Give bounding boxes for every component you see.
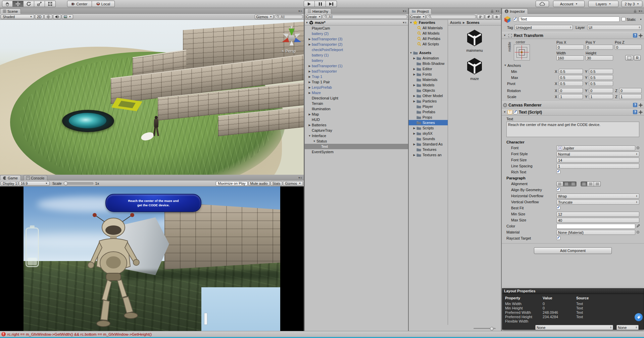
favorite-search-button[interactable] — [493, 14, 500, 19]
favorite-all-materials[interactable]: All Materials — [409, 25, 448, 31]
panel-menu-icon[interactable]: ▾≡ — [496, 9, 500, 13]
anchors-max-y-field[interactable]: 0.5 — [589, 75, 613, 80]
static-checkbox[interactable] — [622, 17, 626, 21]
foldout-arrow-icon[interactable]: ▼ — [409, 21, 413, 24]
gray-cone[interactable] — [282, 32, 288, 37]
scale-slider[interactable] — [64, 182, 93, 184]
text-value-textarea[interactable]: Reach the center of the maze and get the… — [506, 122, 639, 137]
foldout-arrow-icon[interactable]: ▼ — [305, 21, 309, 24]
hierarchy-item-text[interactable]: Text — [305, 144, 408, 149]
favorites-root[interactable]: ▼Favorites — [409, 20, 448, 25]
folder-props[interactable]: Props — [409, 115, 448, 120]
tab-console[interactable]: Console — [23, 175, 47, 180]
foldout-arrow-icon[interactable]: ▶ — [412, 68, 416, 71]
scale-tool-button[interactable] — [34, 1, 45, 7]
eyedropper-icon[interactable] — [637, 224, 640, 228]
x-axis-cone[interactable] — [281, 38, 289, 44]
object-picker-icon[interactable] — [637, 146, 639, 149]
folder-fonts[interactable]: ▶Fonts — [409, 72, 448, 77]
game-viewport[interactable]: Reach the center of the maze and get the… — [0, 186, 304, 331]
asset-bundle-dropdown[interactable]: None⇕ — [535, 325, 613, 330]
hierarchy-item-battery[interactable]: battery — [305, 58, 408, 63]
tab-project[interactable]: Project — [409, 8, 432, 14]
width-field[interactable]: 160 — [556, 55, 584, 60]
property-field[interactable]: 40 — [556, 218, 639, 223]
hierarchy-create-dropdown[interactable]: Create▼ — [305, 14, 321, 19]
hierarchy-item-interface[interactable]: ▼Interface — [305, 133, 408, 138]
breadcrumb-current[interactable]: Scenes — [466, 20, 480, 25]
text-script-header[interactable]: ▼ T ✓ Text (Script) ? — [502, 109, 644, 116]
hierarchy-item-battery-2-[interactable]: battery (2) — [305, 31, 408, 36]
foldout-arrow-icon[interactable]: ▶ — [307, 38, 312, 41]
rotation-y-field[interactable]: 0 — [589, 88, 613, 93]
alignment-button[interactable] — [581, 181, 587, 186]
gear-icon[interactable] — [639, 103, 643, 107]
notification-badge[interactable] — [635, 313, 643, 321]
layout-dropdown[interactable]: 2 by 3▼ — [622, 1, 642, 7]
aspect-ratio-dropdown[interactable]: 16:9▼ — [19, 181, 50, 186]
stats-button[interactable]: Stats — [270, 181, 283, 186]
play-button[interactable] — [304, 1, 315, 7]
rect-tool-button[interactable] — [45, 1, 56, 7]
property-dropdown[interactable]: Truncate⇕ — [556, 200, 639, 205]
pos-z-field[interactable]: 0 — [615, 45, 642, 50]
pivot-x-field[interactable]: 0.5 — [559, 81, 583, 86]
property-checkbox[interactable] — [556, 187, 560, 192]
property-dropdown[interactable]: Wrap⇕ — [556, 194, 639, 199]
tab-inspector[interactable]: i Inspector — [502, 8, 528, 14]
breadcrumb-root[interactable]: Assets — [450, 20, 461, 25]
foldout-arrow-icon[interactable]: ▼ — [312, 140, 316, 143]
blueprint-mode-button[interactable] — [625, 55, 633, 60]
static-dropdown-arrow-icon[interactable]: ▼ — [640, 18, 642, 20]
pivot-y-field[interactable]: 0.5 — [589, 81, 613, 86]
move-tool-button[interactable] — [13, 1, 23, 7]
raw-mode-button[interactable]: R — [634, 55, 641, 60]
foldout-arrow-icon[interactable]: ▼ — [409, 51, 413, 54]
active-checkbox[interactable] — [513, 17, 517, 21]
hierarchy-item-capturetray[interactable]: CaptureTray — [305, 128, 408, 133]
gear-icon[interactable] — [639, 110, 643, 114]
project-create-dropdown[interactable]: Create▼ — [409, 14, 426, 19]
color-swatch[interactable] — [556, 224, 635, 229]
hierarchy-item-battery-1-[interactable]: battery (1) — [305, 52, 408, 58]
scene-viewport[interactable]: y < Persp — [0, 20, 304, 175]
foldout-arrow-icon[interactable]: ▶ — [412, 73, 416, 76]
hierarchy-item-hud[interactable]: HUD — [305, 117, 408, 122]
folder-textures-an[interactable]: ▶Textures an — [409, 152, 448, 158]
help-icon[interactable]: ? — [633, 103, 637, 107]
folder-scenes[interactable]: Scenes — [409, 120, 448, 125]
folder-scripts[interactable]: ▶Scripts — [409, 125, 448, 131]
hierarchy-item-directional-light[interactable]: Directional Light — [305, 95, 408, 101]
icon-size-slider[interactable] — [474, 328, 496, 329]
space-toggle-button[interactable]: Local — [92, 1, 115, 7]
folder-editor[interactable]: ▶Editor — [409, 66, 448, 72]
hierarchy-item-trap-1[interactable]: ▶Trap 1 — [305, 74, 408, 79]
folder-materials[interactable]: Materials — [409, 77, 448, 82]
rotate-tool-button[interactable] — [23, 1, 34, 7]
z-axis-cone[interactable] — [294, 38, 302, 44]
panel-menu-icon[interactable]: ▾≡ — [403, 9, 407, 13]
favorite-all-models[interactable]: All Models — [409, 31, 448, 36]
gear-icon[interactable] — [639, 34, 643, 38]
anchors-min-x-field[interactable]: 0.5 — [559, 69, 583, 74]
property-field[interactable]: 1 — [556, 164, 639, 169]
alignment-button[interactable] — [563, 181, 570, 186]
scale-z-field[interactable]: 1 — [619, 94, 642, 99]
y-axis-cone[interactable] — [289, 29, 295, 36]
property-field[interactable]: 12 — [556, 212, 639, 217]
persp-label[interactable]: < Persp — [282, 49, 296, 53]
alignment-button[interactable] — [570, 181, 577, 186]
hierarchy-item-maze[interactable]: ▶Maze — [305, 90, 408, 95]
foldout-arrow-icon[interactable]: ▶ — [307, 113, 312, 116]
folder-models[interactable]: ▶Models — [409, 82, 448, 88]
favorite-all-scripts[interactable]: All Scripts — [409, 41, 448, 47]
scene-orientation-gizmo[interactable]: y < Persp — [281, 25, 303, 55]
cloud-services-button[interactable] — [536, 1, 549, 7]
foldout-arrow-icon[interactable]: ▼ — [307, 134, 312, 137]
pos-y-field[interactable]: 0 — [586, 45, 613, 50]
object-field[interactable]: None (Material) — [556, 230, 635, 235]
foldout-arrow-icon[interactable]: ▼ — [503, 64, 507, 67]
minimap-scroll-handle[interactable] — [204, 313, 207, 325]
hierarchy-item-checkpointteleport[interactable]: checkPointTeleport — [305, 47, 408, 52]
hierarchy-item-playercam[interactable]: PlayerCam — [305, 26, 408, 31]
